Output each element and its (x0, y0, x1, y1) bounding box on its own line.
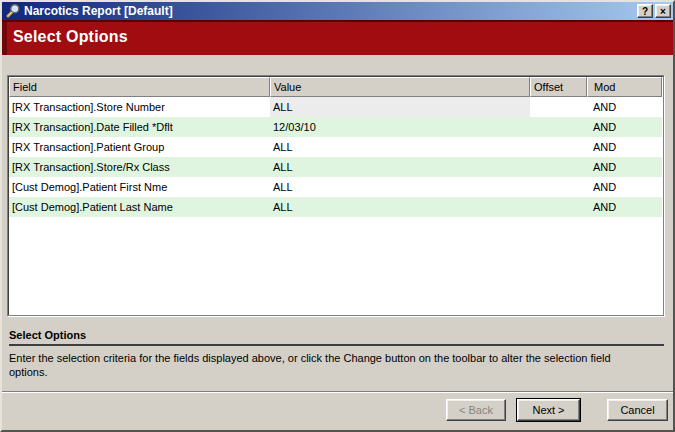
magnifier-icon (6, 4, 20, 18)
field-cell[interactable]: [Cust Demog].Patient First Nme (9, 177, 270, 197)
next-button[interactable]: Next > (517, 399, 580, 421)
grid-row[interactable]: [RX Transaction].Store/Rx Class ALL AND (9, 157, 662, 177)
field-cell[interactable]: [RX Transaction].Store Number (9, 97, 270, 117)
column-header-offset: Offset (530, 77, 587, 97)
help-button[interactable]: ? (637, 4, 653, 18)
back-button[interactable]: < Back (446, 399, 506, 421)
grid-row[interactable]: [Cust Demog].Patient First Nme ALL AND (9, 177, 662, 197)
section-rule (9, 344, 664, 346)
offset-cell[interactable] (530, 197, 587, 217)
footer-divider (2, 391, 673, 393)
close-button[interactable]: × (655, 4, 671, 18)
column-header-value: Value (270, 77, 530, 97)
offset-cell[interactable] (530, 97, 587, 117)
banner-heading: Select Options (13, 28, 128, 46)
offset-cell[interactable] (530, 177, 587, 197)
window-title: Narcotics Report [Default] (24, 2, 635, 20)
value-cell[interactable]: ALL (270, 197, 530, 217)
field-cell[interactable]: [Cust Demog].Patient Last Name (9, 197, 270, 217)
field-cell[interactable]: [RX Transaction].Patient Group (9, 137, 270, 157)
offset-cell[interactable] (530, 157, 587, 177)
value-cell[interactable]: ALL (270, 157, 530, 177)
section-description: Enter the selection criteria for the fie… (9, 351, 647, 379)
mod-cell[interactable]: AND (587, 97, 662, 117)
grid-row[interactable]: [RX Transaction].Store Number ALL AND (9, 97, 662, 117)
grid-row[interactable]: [RX Transaction].Patient Group ALL AND (9, 137, 662, 157)
offset-cell[interactable] (530, 137, 587, 157)
value-cell[interactable]: ALL (270, 97, 530, 117)
offset-cell[interactable] (530, 117, 587, 137)
field-cell[interactable]: [RX Transaction].Date Filled *Dflt (9, 117, 270, 137)
titlebar: Narcotics Report [Default] ? × (2, 2, 673, 20)
grid-row[interactable]: [RX Transaction].Date Filled *Dflt 12/03… (9, 117, 662, 137)
value-cell[interactable]: 12/03/10 (270, 117, 530, 137)
field-cell[interactable]: [RX Transaction].Store/Rx Class (9, 157, 270, 177)
column-header-mod: Mod (587, 77, 662, 97)
cancel-button[interactable]: Cancel (607, 399, 668, 421)
mod-cell[interactable]: AND (587, 157, 662, 177)
value-cell[interactable]: ALL (270, 137, 530, 157)
dialog-window: Narcotics Report [Default] ? × Select Op… (0, 0, 675, 432)
mod-cell[interactable]: AND (587, 197, 662, 217)
column-header-field: Field (9, 77, 270, 97)
banner: Select Options (2, 20, 673, 55)
grid-header-row: Field Value Offset Mod (9, 77, 662, 97)
mod-cell[interactable]: AND (587, 137, 662, 157)
section-heading: Select Options (9, 329, 86, 341)
grid-row[interactable]: [Cust Demog].Patient Last Name ALL AND (9, 197, 662, 217)
value-cell[interactable]: ALL (270, 177, 530, 197)
mod-cell[interactable]: AND (587, 177, 662, 197)
criteria-grid: Field Value Offset Mod [RX Transaction].… (7, 75, 664, 316)
mod-cell[interactable]: AND (587, 117, 662, 137)
